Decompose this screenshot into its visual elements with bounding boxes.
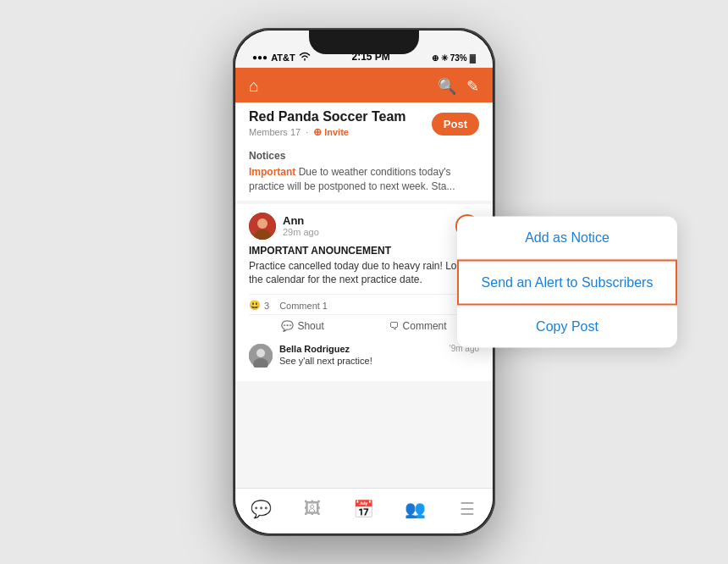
nav-people-icon[interactable]: 👥 [402,499,429,519]
invite-button[interactable]: ⊕ Invite [313,126,349,138]
notice-important-label: Important [249,166,295,178]
post-card: Ann 29m ago ••• IMPORTANT ANOUNCEMENT Pr… [235,204,493,382]
team-info: Red Panda Soccer Team Members 17 · ⊕ Inv… [249,109,432,138]
nav-menu-icon[interactable]: ☰ [454,499,481,519]
header-icons: 🔍 ✎ [438,77,479,96]
bottom-nav: 💬 🖼 📅 👥 ☰ [235,488,493,534]
author-name: Ann [283,214,319,227]
search-icon[interactable]: 🔍 [438,77,456,96]
shout-button[interactable]: 💬 Shout [281,320,323,332]
plus-circle-icon: ⊕ [313,126,322,138]
svg-point-1 [257,218,267,229]
author-avatar [249,213,276,240]
app-header: ⌂ 🔍 ✎ [235,68,493,102]
signal-bars: ●●● [252,53,267,62]
menu-copy-post[interactable]: Copy Post [457,306,677,348]
menu-send-alert[interactable]: Send an Alert to Subscribers [457,260,677,306]
comment-icon: 🗨 [389,320,400,332]
members-count: Members 17 [249,127,301,137]
bluetooth-icon: ✳ [441,53,448,63]
commenter-avatar [249,344,273,368]
carrier-label: AT&T [271,53,295,63]
phone-content: ⌂ 🔍 ✎ Red Panda Soccer Team Members 17 · [235,68,493,534]
phone-shell: ●●● AT&T 2:15 PM ⊕ ✳ 73% ▓ [233,28,495,536]
post-meta: 😃 3 Comment 1 👁 3 [249,294,479,311]
author-time: 29m ago [283,227,319,237]
notices-label: Notices [249,150,479,162]
reaction-count: 3 [264,301,269,311]
battery-icon: ▓ [470,53,476,63]
post-button[interactable]: Post [432,113,479,135]
reaction-emoji: 😃 [249,300,261,311]
phone-notch [309,30,419,54]
scene: ●●● AT&T 2:15 PM ⊕ ✳ 73% ▓ [17,15,711,549]
status-right: ⊕ ✳ 73% ▓ [432,53,476,63]
comment-content: '9m ago Bella Rodriguez See y'all next p… [279,344,479,366]
home-icon[interactable]: ⌂ [249,76,259,96]
team-meta: Members 17 · ⊕ Invite [249,126,432,138]
svg-point-4 [256,349,265,357]
status-left: ●●● AT&T [252,52,311,63]
post-title: IMPORTANT ANOUNCEMENT [249,245,479,257]
notices-section: Notices Important Due to weather conditi… [235,143,493,201]
menu-add-notice[interactable]: Add as Notice [457,217,677,260]
post-actions: 💬 Shout 🗨 Comment [249,314,479,332]
comment-text: See y'all next practice! [279,356,479,366]
comment-item: '9m ago Bella Rodriguez See y'all next p… [249,339,479,373]
compose-icon[interactable]: ✎ [466,77,479,96]
context-menu: Add as Notice Send an Alert to Subscribe… [457,217,677,348]
shout-icon: 💬 [281,320,294,332]
team-section: Red Panda Soccer Team Members 17 · ⊕ Inv… [235,102,493,143]
phone-screen: ●●● AT&T 2:15 PM ⊕ ✳ 73% ▓ [235,30,493,534]
nav-calendar-icon[interactable]: 📅 [350,499,378,519]
scrollable-content: Notices Important Due to weather conditi… [235,143,493,488]
nav-image-icon[interactable]: 🖼 [299,499,326,519]
team-name: Red Panda Soccer Team [249,109,432,124]
location-icon: ⊕ [432,53,438,63]
post-header: Ann 29m ago ••• [249,213,479,240]
notice-text: Important Due to weather conditions toda… [249,165,479,194]
post-reactions: 😃 3 Comment 1 [249,300,328,311]
post-body: Practice cancelled today due to heavy ra… [249,259,479,288]
comment-button[interactable]: 🗨 Comment [389,320,447,332]
post-author: Ann 29m ago [249,213,319,240]
wifi-icon [299,52,311,63]
comment-count: Comment 1 [279,301,328,311]
nav-chat-icon[interactable]: 💬 [247,499,274,519]
battery-label: 73% [450,53,467,63]
